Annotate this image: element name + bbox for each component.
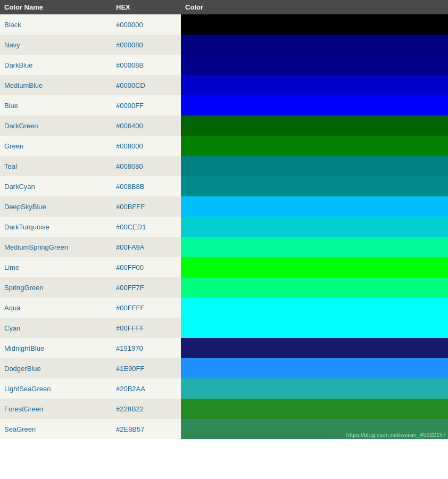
color-name-cell: Teal <box>0 156 112 176</box>
color-name-link[interactable]: SpringGreen <box>4 284 44 292</box>
hex-value-cell: #008B8B <box>112 176 181 196</box>
color-name-link[interactable]: DodgerBlue <box>4 365 41 373</box>
table-row: MediumBlue#0000CD <box>0 75 448 95</box>
hex-link[interactable]: #20B2AA <box>116 385 145 393</box>
hex-link[interactable]: #006400 <box>116 122 143 130</box>
table-row: Lime#00FF00 <box>0 257 448 277</box>
color-name-cell: Lime <box>0 257 112 277</box>
hex-link[interactable]: #1E90FF <box>116 365 144 373</box>
hex-link[interactable]: #008000 <box>116 142 143 150</box>
hex-link[interactable]: #00CED1 <box>116 223 146 231</box>
table-row: DeepSkyBlue#00BFFF <box>0 196 448 217</box>
hex-value-cell: #20B2AA <box>112 378 181 399</box>
hex-value-cell: #000080 <box>112 35 181 55</box>
color-name-link[interactable]: Lime <box>4 263 19 271</box>
color-name-link[interactable]: Navy <box>4 41 20 49</box>
color-name-cell: Aqua <box>0 298 112 318</box>
color-swatch-cell <box>181 257 448 277</box>
color-swatch <box>181 156 448 176</box>
hex-value-cell: #228B22 <box>112 399 181 419</box>
color-name-cell: Green <box>0 136 112 156</box>
table-row: SpringGreen#00FF7F <box>0 277 448 298</box>
hex-link[interactable]: #0000FF <box>116 102 144 110</box>
hex-link[interactable]: #191970 <box>116 344 143 352</box>
table-row: ForestGreen#228B22 <box>0 399 448 419</box>
color-swatch <box>181 55 448 75</box>
hex-link[interactable]: #00FF00 <box>116 263 144 271</box>
table-row: Blue#0000FF <box>0 95 448 115</box>
table-row: Aqua#00FFFF <box>0 298 448 318</box>
color-name-cell: MidnightBlue <box>0 338 112 358</box>
color-name-cell: Blue <box>0 95 112 115</box>
hex-value-cell: #00FF7F <box>112 277 181 298</box>
color-name-link[interactable]: Black <box>4 21 21 29</box>
table-row: Teal#008080 <box>0 156 448 176</box>
hex-link[interactable]: #008B8B <box>116 183 145 191</box>
color-name-link[interactable]: Cyan <box>4 324 20 332</box>
color-name-cell: MediumSpringGreen <box>0 237 112 257</box>
hex-link[interactable]: #000000 <box>116 21 143 29</box>
hex-value-cell: #00FFFF <box>112 298 181 318</box>
header-name: Color Name <box>0 0 112 14</box>
color-swatch-cell <box>181 75 448 95</box>
hex-value-cell: #0000FF <box>112 95 181 115</box>
hex-link[interactable]: #228B22 <box>116 405 144 413</box>
table-row: Green#008000 <box>0 136 448 156</box>
color-name-link[interactable]: DarkTurquoise <box>4 223 49 231</box>
color-swatch <box>181 136 448 156</box>
color-swatch <box>181 257 448 277</box>
color-swatch <box>181 35 448 55</box>
color-name-link[interactable]: MediumBlue <box>4 81 43 89</box>
hex-link[interactable]: #00FFFF <box>116 304 144 312</box>
color-name-cell: SeaGreen <box>0 419 112 439</box>
hex-link[interactable]: #00008B <box>116 61 144 69</box>
color-name-link[interactable]: MediumSpringGreen <box>4 243 68 251</box>
color-swatch <box>181 95 448 115</box>
hex-link[interactable]: #00FFFF <box>116 324 144 332</box>
table-row: DarkBlue#00008B <box>0 55 448 75</box>
color-name-link[interactable]: Green <box>4 142 23 150</box>
color-name-link[interactable]: LightSeaGreen <box>4 385 51 393</box>
header-hex: HEX <box>112 0 181 14</box>
color-name-link[interactable]: DeepSkyBlue <box>4 203 46 211</box>
color-swatch <box>181 378 448 399</box>
hex-value-cell: #1E90FF <box>112 358 181 378</box>
color-swatch <box>181 237 448 257</box>
color-swatch-cell <box>181 35 448 55</box>
color-name-link[interactable]: ForestGreen <box>4 405 43 413</box>
table-row: Navy#000080 <box>0 35 448 55</box>
color-name-link[interactable]: Aqua <box>4 304 20 312</box>
hex-link[interactable]: #00FF7F <box>116 284 144 292</box>
hex-link[interactable]: #000080 <box>116 41 143 49</box>
color-swatch <box>181 75 448 95</box>
color-name-link[interactable]: SeaGreen <box>4 425 36 433</box>
watermark: https://blog.csdn.net/weixin_45932157 <box>346 432 446 438</box>
table-row: Black#000000 <box>0 14 448 35</box>
color-swatch <box>181 318 448 338</box>
hex-value-cell: #00FF00 <box>112 257 181 277</box>
color-name-link[interactable]: MidnightBlue <box>4 344 44 352</box>
color-swatch-cell <box>181 358 448 378</box>
color-swatch <box>181 14 448 35</box>
color-name-link[interactable]: DarkGreen <box>4 122 38 130</box>
color-name-link[interactable]: DarkCyan <box>4 183 35 191</box>
color-name-link[interactable]: Blue <box>4 102 18 110</box>
color-name-cell: SpringGreen <box>0 277 112 298</box>
color-swatch <box>181 338 448 358</box>
hex-link[interactable]: #00BFFF <box>116 203 145 211</box>
color-name-link[interactable]: DarkBlue <box>4 61 32 69</box>
hex-value-cell: #00008B <box>112 55 181 75</box>
hex-link[interactable]: #008080 <box>116 162 143 170</box>
hex-link[interactable]: #00FA9A <box>116 243 145 251</box>
table-row: SeaGreen#2E8B57https://blog.csdn.net/wei… <box>0 419 448 439</box>
color-name-cell: DarkCyan <box>0 176 112 196</box>
color-name-cell: Black <box>0 14 112 35</box>
color-swatch-cell <box>181 399 448 419</box>
color-name-cell: DodgerBlue <box>0 358 112 378</box>
color-name-link[interactable]: Teal <box>4 162 17 170</box>
hex-link[interactable]: #0000CD <box>116 81 145 89</box>
hex-value-cell: #00FA9A <box>112 237 181 257</box>
hex-link[interactable]: #2E8B57 <box>116 425 145 433</box>
table-row: DarkGreen#006400 <box>0 115 448 136</box>
color-swatch <box>181 298 448 318</box>
